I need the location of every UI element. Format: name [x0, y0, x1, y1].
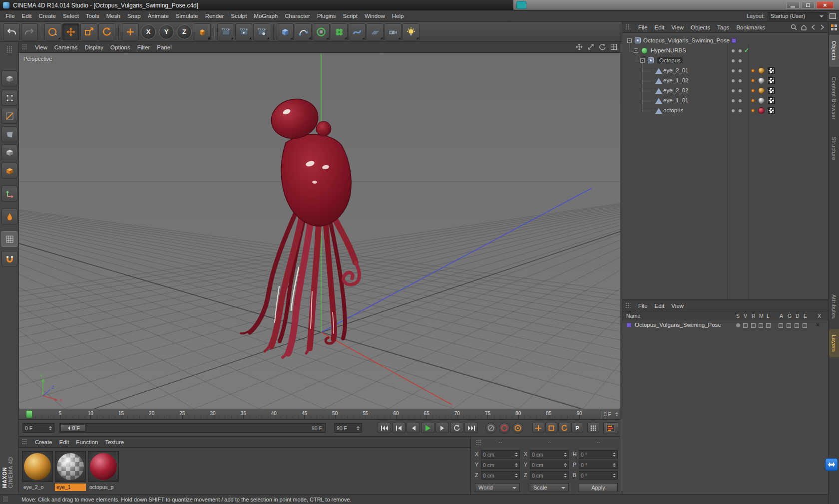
layer-name[interactable]: Octopus_Vulgaris_Swiming_Pose [635, 322, 721, 328]
enabled-check-icon[interactable]: ✓ [744, 47, 749, 54]
delete-icon[interactable]: × [816, 321, 820, 328]
viewport-rotate-icon[interactable] [599, 43, 606, 50]
layer-row-icon[interactable] [779, 323, 783, 328]
menu-simulate[interactable]: Simulate [172, 11, 202, 20]
menu-tools[interactable]: Tools [82, 11, 103, 20]
record-button[interactable] [485, 423, 496, 434]
frame-stepper[interactable] [615, 411, 618, 418]
phong-tag-icon[interactable] [751, 109, 755, 112]
render-to-picture-viewer-button[interactable] [235, 23, 252, 40]
tab-content-browser[interactable]: Content Browser [829, 71, 839, 126]
menu-create[interactable]: Create [35, 11, 59, 20]
y-axis-lock-button[interactable]: Y [159, 24, 174, 39]
layer-row[interactable]: Octopus_Vulgaris_Swiming_Pose × [622, 320, 828, 330]
coordinate-field[interactable]: 0 cm [530, 471, 569, 480]
object-mode-button[interactable] [1, 163, 17, 179]
layer-menu-view[interactable]: View [668, 301, 687, 310]
render-visibility-dot[interactable] [739, 79, 742, 82]
material-name-selected[interactable]: eye_1 [55, 484, 86, 491]
panel-grip[interactable] [476, 440, 481, 446]
object-manager-menu-edit[interactable]: Edit [651, 23, 668, 32]
material-thumbnail[interactable] [22, 451, 53, 482]
coordinate-system-button[interactable] [194, 23, 211, 40]
move-tool-button[interactable] [62, 23, 79, 40]
x-axis-lock-button[interactable]: X [141, 24, 156, 39]
texture-tag-icon[interactable] [768, 67, 775, 74]
make-editable-button[interactable] [1, 70, 17, 86]
menu-sculpt[interactable]: Sculpt [227, 11, 250, 20]
panel-grip[interactable] [3, 496, 8, 503]
panel-grip[interactable] [625, 302, 630, 309]
phong-tag-icon[interactable] [751, 69, 755, 72]
layer-row-icon[interactable] [759, 323, 763, 328]
autokey-button[interactable] [499, 423, 510, 434]
texture-tag-icon[interactable] [768, 87, 775, 94]
editor-visibility-dot[interactable] [732, 89, 735, 92]
menu-help[interactable]: Help [389, 11, 408, 20]
timeline-window-button[interactable] [603, 422, 618, 434]
coordinate-field[interactable]: 0 cm [530, 450, 569, 459]
menu-character[interactable]: Character [281, 11, 314, 20]
layer-row-icon[interactable] [766, 323, 771, 328]
material-name[interactable]: eye_2_o [22, 484, 53, 491]
live-selection-button[interactable] [44, 23, 61, 40]
coordinate-field[interactable]: 0 cm [481, 471, 520, 480]
redo-button[interactable] [21, 23, 38, 40]
tab-layers[interactable]: Layers [829, 329, 839, 357]
key-parameter-button[interactable]: P [571, 423, 583, 433]
object-name[interactable]: eye_2_02 [663, 87, 689, 93]
workplane-mode-button[interactable] [1, 231, 17, 247]
object-name[interactable]: eye_1_01 [663, 97, 689, 103]
object-manager-menu-bookmarks[interactable]: Bookmarks [733, 23, 769, 32]
render-visibility-dot[interactable] [739, 99, 742, 102]
coordinate-field[interactable]: 0 ° [579, 450, 618, 459]
window-mode-icon[interactable] [830, 13, 836, 19]
material-menu-texture[interactable]: Texture [101, 438, 127, 447]
maximize-button[interactable] [801, 1, 815, 9]
play-button[interactable] [421, 423, 434, 433]
viewport-pan-icon[interactable] [576, 43, 583, 50]
viewport-menu-options[interactable]: Options [107, 43, 134, 52]
undo-button[interactable] [3, 23, 20, 40]
viewport-menu-cameras[interactable]: Cameras [51, 43, 81, 52]
render-settings-button[interactable] [253, 23, 270, 40]
ruler-frame-field[interactable]: 0 F [604, 411, 611, 417]
tab-structure[interactable]: Structure [829, 130, 839, 168]
tree-expander-icon[interactable]: - [627, 38, 632, 43]
current-frame-marker[interactable] [26, 410, 32, 418]
coordinate-field[interactable]: 0 ° [579, 471, 618, 480]
panel-grid-icon[interactable] [831, 24, 838, 31]
nav-forward-icon[interactable] [820, 24, 825, 30]
material-tag-icon[interactable] [758, 77, 765, 84]
add-mograph-button[interactable] [331, 23, 348, 40]
z-axis-lock-button[interactable]: Z [177, 24, 192, 39]
viewport-canvas[interactable]: Perspective Y X Z [19, 53, 620, 409]
add-deformer-button[interactable] [349, 23, 366, 40]
layer-row-icon[interactable] [787, 323, 791, 328]
layer-row-icon[interactable] [743, 323, 748, 328]
transform-mode-dropdown[interactable]: Scale [530, 483, 569, 492]
editor-visibility-dot[interactable] [732, 69, 735, 72]
material-thumbnail[interactable] [88, 451, 119, 482]
panel-grip[interactable] [625, 24, 630, 30]
add-cube-button[interactable] [277, 23, 294, 40]
menu-plugins[interactable]: Plugins [314, 11, 340, 20]
previous-key-button[interactable] [392, 423, 406, 433]
scale-tool-button[interactable] [80, 23, 97, 40]
object-name[interactable]: HyperNURBS [651, 47, 686, 53]
goto-start-button[interactable] [378, 423, 391, 433]
value-stepper[interactable] [515, 451, 518, 458]
axis-mode-button[interactable] [1, 186, 17, 202]
object-manager-menu-file[interactable]: File [635, 23, 651, 32]
object-name[interactable]: Octopus_Vulgaris_Swiming_Pose [643, 37, 730, 43]
layer-menu-file[interactable]: File [635, 301, 651, 310]
last-tool-button[interactable] [122, 23, 139, 40]
key-rotation-button[interactable] [558, 423, 570, 433]
object-tree-row[interactable]: -HyperNURBS✓ [622, 46, 828, 56]
menu-file[interactable]: File [2, 11, 18, 20]
material-name[interactable]: octopus_p [88, 484, 119, 491]
viewport-menu-view[interactable]: View [31, 43, 51, 52]
timeline-ruler[interactable]: 051015202530354045505560657075808590 0 F [19, 409, 620, 420]
render-visibility-dot[interactable] [739, 109, 742, 112]
minimize-button[interactable] [786, 1, 800, 9]
